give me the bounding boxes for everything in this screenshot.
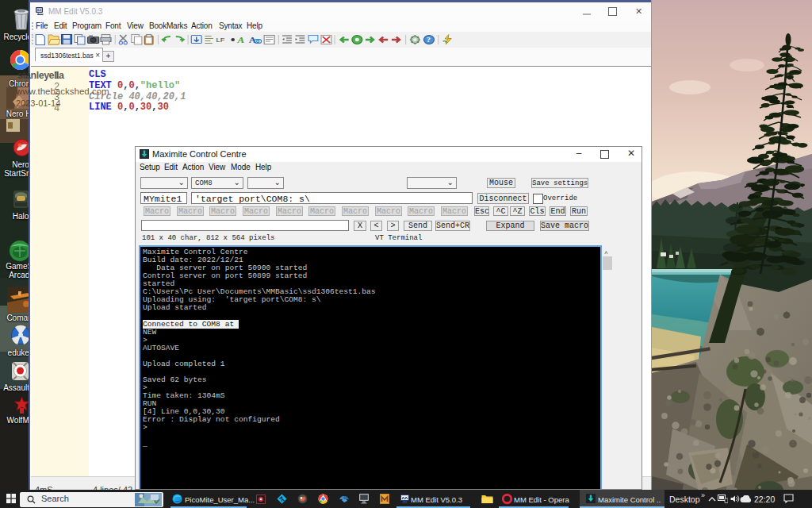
svg-text:A: A <box>236 35 244 45</box>
svg-text:LF: LF <box>216 37 224 44</box>
svg-text:?: ? <box>427 36 431 44</box>
